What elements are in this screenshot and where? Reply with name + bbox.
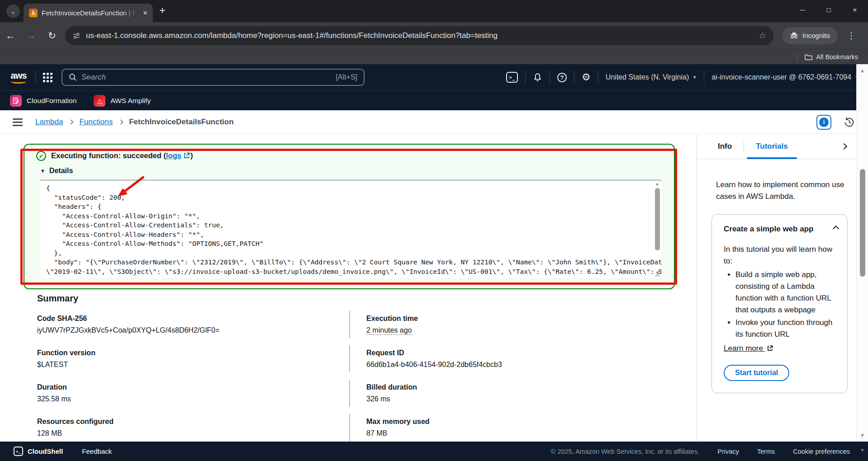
- info-icon: i: [819, 118, 829, 127]
- console-footer: >_ CloudShell Feedback © 2025, Amazon We…: [0, 442, 868, 461]
- cookie-preferences-link[interactable]: Cookie preferences: [793, 448, 850, 455]
- new-tab-button[interactable]: +: [159, 4, 166, 17]
- scroll-down-icon[interactable]: ▼: [857, 433, 868, 438]
- browser-bookmarks-bar: All Bookmarks: [0, 49, 868, 64]
- cloudshell-icon[interactable]: >_: [506, 72, 518, 83]
- breadcrumb-lambda[interactable]: Lambda: [35, 118, 63, 127]
- resize-handle[interactable]: [655, 272, 660, 277]
- caret-down-icon: ▼: [40, 168, 45, 174]
- tutorial-bullet: Invoke your function through its functio…: [735, 317, 838, 340]
- terms-link[interactable]: Terms: [757, 448, 775, 455]
- console-search-input[interactable]: Search [Alt+S]: [62, 69, 365, 86]
- scrollbar-thumb[interactable]: [860, 169, 865, 277]
- cloudshell-label[interactable]: CloudShell: [28, 447, 63, 455]
- aws-console-nav: aws Search [Alt+S] >_ ? ⚙: [0, 64, 868, 90]
- feedback-link[interactable]: Feedback: [82, 447, 112, 455]
- tab-tutorials[interactable]: Tutorials: [754, 134, 790, 159]
- details-label: Details: [49, 167, 73, 175]
- help-icon[interactable]: ?: [557, 73, 567, 82]
- caret-down-icon: ▼: [693, 75, 697, 80]
- breadcrumb-current: FetchInvoiceDetailsFunction: [129, 118, 233, 127]
- cloudshell-icon[interactable]: >_: [14, 447, 23, 456]
- minimize-icon[interactable]: ─: [789, 0, 816, 19]
- summary-field-function-version: Function version $LATEST: [37, 345, 349, 372]
- forward-icon[interactable]: →: [21, 30, 42, 41]
- back-icon[interactable]: ←: [0, 30, 21, 41]
- tab-title: FetchInvoiceDetailsFunction | Fu: [42, 9, 138, 17]
- tutorial-card-title: Create a simple web app: [724, 225, 813, 234]
- all-bookmarks-button[interactable]: All Bookmarks: [805, 53, 858, 61]
- start-tutorial-button[interactable]: Start tutorial: [724, 365, 789, 381]
- region-selector[interactable]: United States (N. Virginia) ▼: [606, 73, 697, 81]
- breadcrumb-functions[interactable]: Functions: [79, 118, 113, 127]
- scroll-up-icon[interactable]: ▲: [654, 181, 661, 186]
- execution-result-flash: ✓ Executing function: succeeded (logs) ▼…: [24, 144, 675, 289]
- summary-field-billed-duration: Billed duration 326 ms: [349, 380, 679, 407]
- account-menu[interactable]: ai-invoice-scanner-user @ 6762-0691-7094…: [711, 73, 859, 81]
- summary-field-execution-time: Execution time 2 minutes ago: [349, 311, 679, 338]
- hamburger-menu-icon[interactable]: [13, 118, 23, 126]
- tab-close-icon[interactable]: ×: [143, 9, 147, 18]
- learn-more-link[interactable]: Learn more: [724, 344, 773, 353]
- favorite-label: CloudFormation: [27, 97, 76, 105]
- browser-menu-icon[interactable]: ⋮: [844, 30, 858, 41]
- summary-field-code-sha: Code SHA-256 iyUWV7rPZJGxkBVc5+Coa/p0XYQ…: [37, 311, 349, 338]
- notifications-bell-icon[interactable]: [533, 72, 542, 82]
- maximize-icon[interactable]: □: [816, 0, 842, 19]
- services-grid-icon[interactable]: [43, 73, 52, 82]
- folder-icon: [805, 54, 812, 60]
- tutorial-card-header[interactable]: Create a simple web app: [724, 225, 838, 234]
- favorite-cloudformation[interactable]: CloudFormation: [10, 95, 76, 107]
- copyright-text: © 2025, Amazon Web Services, Inc. or its…: [551, 448, 700, 455]
- divider: [704, 71, 704, 84]
- textarea-scrollbar[interactable]: ▲ ▼: [654, 181, 661, 272]
- divider: [744, 141, 744, 152]
- chevron-down-icon: ⌄: [11, 8, 16, 15]
- browser-tab[interactable]: λ FetchInvoiceDetailsFunction | Fu ×: [24, 4, 153, 22]
- privacy-link[interactable]: Privacy: [717, 448, 739, 455]
- tab-search-button[interactable]: ⌄: [6, 5, 20, 18]
- url-text[interactable]: us-east-1.console.aws.amazon.com/lambda/…: [86, 31, 753, 40]
- scroll-down-icon[interactable]: ▼: [860, 447, 865, 453]
- tab-info[interactable]: Info: [716, 134, 734, 159]
- external-link-icon: [767, 345, 773, 351]
- search-placeholder: Search: [81, 73, 331, 82]
- summary-title: Summary: [37, 293, 679, 304]
- chevron-right-icon[interactable]: [841, 143, 847, 150]
- divider: [525, 71, 526, 84]
- history-icon[interactable]: [843, 116, 855, 128]
- amplify-icon: △: [94, 95, 105, 107]
- browser-address-bar: ← → ↻ us-east-1.console.aws.amazon.com/l…: [0, 22, 868, 49]
- reload-icon[interactable]: ↻: [42, 30, 62, 41]
- divider: [35, 71, 36, 84]
- search-shortcut: [Alt+S]: [336, 73, 357, 81]
- execution-result-output: { "statusCode": 200, "headers": { "Acces…: [40, 180, 661, 278]
- aws-smile-swoosh: [11, 80, 26, 84]
- site-settings-icon[interactable]: [72, 32, 81, 40]
- info-panel-button[interactable]: i: [816, 115, 831, 130]
- execution-result-json[interactable]: { "statusCode": 200, "headers": { "Acces…: [40, 180, 661, 278]
- execution-status-text: Executing function: succeeded (logs): [51, 151, 193, 160]
- logs-link[interactable]: logs: [166, 151, 181, 160]
- page-scrollbar[interactable]: ▲ ▼: [856, 64, 868, 442]
- screen: ⌄ λ FetchInvoiceDetailsFunction | Fu × +…: [0, 0, 868, 461]
- details-toggle[interactable]: ▼ Details: [40, 167, 662, 175]
- favorite-aws-amplify[interactable]: △ AWS Amplify: [94, 95, 151, 107]
- chevron-up-icon[interactable]: [833, 226, 839, 232]
- execution-time-value[interactable]: 2 minutes ago: [366, 326, 412, 335]
- divider: [574, 71, 574, 84]
- gear-icon[interactable]: ⚙: [582, 72, 591, 82]
- summary-field-max-memory: Max memory used 87 MB: [349, 414, 679, 441]
- help-panel: Info Tutorials Learn how to implement co…: [697, 134, 868, 442]
- aws-logo[interactable]: aws: [9, 71, 28, 84]
- console-favorites-bar: CloudFormation △ AWS Amplify: [0, 90, 868, 110]
- summary-section: Summary Code SHA-256 iyUWV7rPZJGxkBVc5+C…: [37, 293, 679, 441]
- scroll-up-icon[interactable]: ▲: [857, 68, 868, 73]
- tutorial-bullet-list: Build a simple web app, consisting of a …: [724, 269, 838, 340]
- close-window-icon[interactable]: ×: [842, 0, 868, 19]
- url-field[interactable]: us-east-1.console.aws.amazon.com/lambda/…: [65, 26, 773, 45]
- incognito-icon: [790, 32, 798, 39]
- bookmark-star-icon[interactable]: ☆: [759, 30, 766, 41]
- scrollbar-thumb[interactable]: [655, 188, 660, 250]
- tutorial-bullet: Build a simple web app, consisting of a …: [735, 269, 838, 316]
